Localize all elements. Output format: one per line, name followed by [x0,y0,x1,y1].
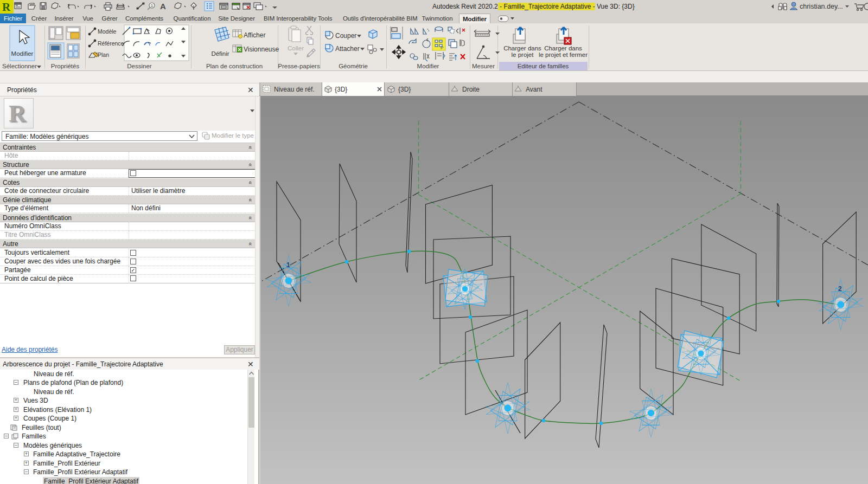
svg-text:Référence: Référence [98,40,124,47]
svg-text:Plan: Plan [98,51,109,58]
svg-text:Charger dans: Charger dans [544,45,582,51]
svg-text:Dessiner: Dessiner [127,63,152,69]
svg-text:le projet et fermer: le projet et fermer [539,51,588,58]
svg-text:Afficher: Afficher [244,31,265,39]
svg-text:Charger dans: Charger dans [503,45,541,51]
svg-text:Géométrie: Géométrie [339,63,368,69]
svg-text:A: A [160,2,166,11]
svg-text:Avant: Avant [526,86,542,93]
svg-text:Attacher: Attacher [335,45,360,53]
svg-text:{3D}: {3D} [335,86,347,93]
svg-text:Sélectionner: Sélectionner [2,63,37,69]
svg-text:1: 1 [286,261,290,269]
svg-text:2: 2 [838,285,842,293]
svg-text:Niveau de réf.: Niveau de réf. [274,86,315,93]
svg-text:Modèle: Modèle [98,28,117,35]
svg-text:Visionneuse: Visionneuse [244,46,279,53]
svg-text:Editeur de familles: Editeur de familles [518,63,569,69]
svg-text:Presse-papiers: Presse-papiers [278,63,320,69]
svg-text:Couper: Couper [335,32,356,40]
svg-text:P: P [441,46,443,50]
svg-text:Coller: Coller [288,45,304,51]
svg-text:Propriétés: Propriétés [51,63,80,69]
svg-text:le projet: le projet [512,51,534,58]
svg-text:Définir: Définir [211,50,229,57]
svg-text:Mesurer: Mesurer [472,63,495,69]
svg-text:Droite: Droite [462,86,480,93]
svg-text:Modifier: Modifier [11,50,34,57]
svg-text:christian.dey...: christian.dey... [800,3,843,10]
svg-text:Modifier: Modifier [417,63,439,69]
svg-text:Plan de construction: Plan de construction [206,63,263,69]
svg-text:{3D}: {3D} [398,86,411,93]
svg-text:1: 1 [151,4,153,8]
